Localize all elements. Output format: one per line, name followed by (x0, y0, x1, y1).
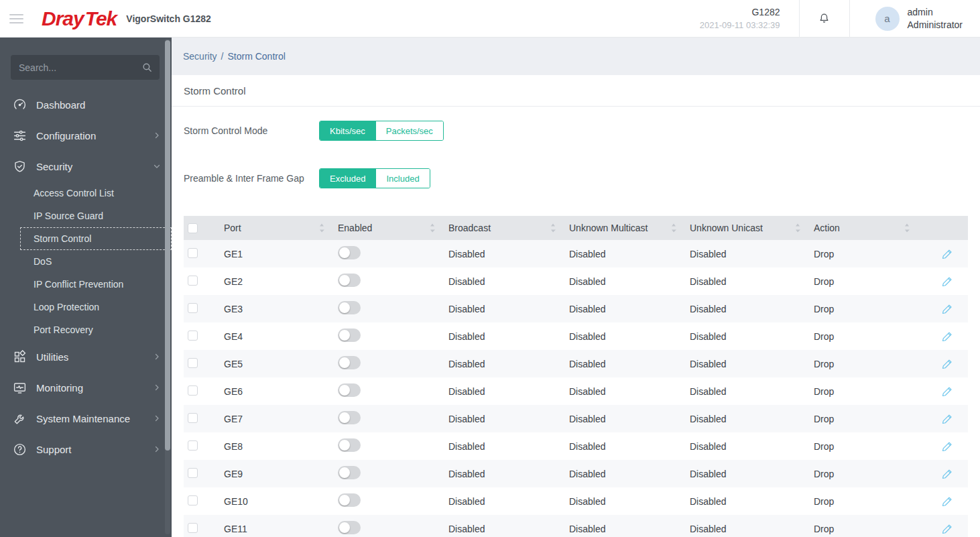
enabled-toggle-off[interactable] (338, 411, 361, 424)
sidebar-subitem-ip-conflict-prevention[interactable]: IP Conflict Prevention (20, 273, 172, 296)
unknown-multicast-cell: Disabled (564, 331, 684, 342)
enabled-toggle-off[interactable] (338, 274, 361, 287)
search-input[interactable] (19, 62, 141, 73)
ports-table: PortEnabledBroadcastUnknown MulticastUnk… (184, 216, 968, 537)
enabled-toggle-off[interactable] (338, 521, 361, 534)
sidebar-item-utilities[interactable]: Utilities (0, 341, 172, 372)
unknown-multicast-cell: Disabled (564, 249, 684, 259)
unknown-unicast-cell: Disabled (684, 524, 808, 534)
sidebar-item-label: Security (36, 161, 153, 172)
enabled-toggle-off[interactable] (338, 301, 361, 314)
sidebar-subitem-storm-control[interactable]: Storm Control (20, 227, 172, 250)
row-checkbox[interactable] (188, 358, 198, 368)
scrollbar-thumb[interactable] (165, 40, 170, 451)
action-cell: Drop (808, 304, 918, 314)
row-checkbox[interactable] (188, 331, 198, 341)
app-window: DrayTek VigorSwitch G1282 G1282 2021-09-… (0, 0, 980, 537)
edit-icon[interactable] (918, 523, 968, 535)
enabled-toggle-off[interactable] (338, 383, 361, 397)
enabled-toggle-off[interactable] (338, 438, 361, 452)
edit-icon[interactable] (918, 413, 968, 425)
sort-icon[interactable] (430, 223, 435, 233)
sidebar-item-dashboard[interactable]: Dashboard (0, 89, 172, 120)
storm-control-form: Storm Control Mode Kbits/sec Packets/sec… (172, 107, 980, 216)
sort-icon[interactable] (671, 223, 676, 233)
row-checkbox[interactable] (188, 248, 198, 258)
row-checkbox[interactable] (188, 440, 198, 451)
included-button[interactable]: Included (375, 169, 429, 188)
sidebar-item-security[interactable]: Security (0, 151, 172, 182)
sidebar-item-support[interactable]: Support (0, 434, 172, 465)
brand-part1: Dray (42, 7, 84, 29)
row-checkbox[interactable] (188, 413, 198, 423)
hamburger-icon[interactable] (0, 14, 31, 23)
sidebar-item-label: System Maintenance (36, 413, 153, 424)
sort-icon[interactable] (904, 223, 910, 233)
unknown-multicast-cell: Disabled (564, 359, 684, 369)
enabled-toggle-off[interactable] (338, 246, 361, 259)
enabled-toggle-off[interactable] (338, 356, 361, 369)
edit-icon[interactable] (918, 385, 968, 398)
unknown-multicast-cell: Disabled (564, 469, 684, 479)
sidebar-subitem-access-control-list[interactable]: Access Control List (20, 182, 172, 204)
sidebar-subitem-port-recovery[interactable]: Port Recovery (20, 318, 172, 341)
unknown-unicast-cell: Disabled (684, 276, 808, 287)
sidebar-item-system-maintenance[interactable]: System Maintenance (0, 403, 172, 434)
action-cell: Drop (808, 496, 918, 507)
excluded-button[interactable]: Excluded (320, 169, 375, 188)
action-cell: Drop (808, 386, 918, 397)
edit-icon[interactable] (918, 495, 968, 508)
row-checkbox[interactable] (188, 495, 198, 505)
question-icon (12, 442, 27, 457)
column-header-broadcast[interactable]: Broadcast (443, 216, 564, 240)
table-row-ge4: GE4DisabledDisabledDisabledDrop (184, 322, 968, 350)
edit-icon[interactable] (918, 276, 968, 288)
broadcast-cell: Disabled (443, 469, 564, 479)
edit-icon[interactable] (918, 358, 968, 370)
kbits-sec-button[interactable]: Kbits/sec (320, 121, 375, 140)
column-header-enabled[interactable]: Enabled (332, 216, 443, 240)
action-cell: Drop (808, 441, 918, 452)
sidebar-item-configuration[interactable]: Configuration (0, 120, 172, 151)
edit-icon[interactable] (918, 331, 968, 343)
search-icon[interactable] (141, 62, 153, 73)
gauge-icon (12, 97, 27, 112)
column-header-action[interactable]: Action (808, 216, 918, 240)
edit-icon[interactable] (918, 248, 968, 260)
column-header-unknown-unicast[interactable]: Unknown Unicast (684, 216, 808, 240)
enabled-cell (332, 493, 443, 509)
user-menu[interactable]: a admin Administrator (850, 6, 980, 32)
row-checkbox[interactable] (188, 276, 198, 286)
port-cell: GE2 (219, 276, 332, 287)
broadcast-cell: Disabled (443, 276, 564, 287)
sort-icon[interactable] (550, 223, 556, 233)
row-checkbox[interactable] (188, 468, 198, 478)
sidebar-subitem-dos[interactable]: DoS (20, 250, 172, 273)
breadcrumb-parent[interactable]: Security (183, 51, 217, 62)
column-header-unknown-multicast[interactable]: Unknown Multicast (564, 216, 684, 240)
edit-icon[interactable] (918, 303, 968, 315)
edit-icon[interactable] (918, 440, 968, 453)
enabled-toggle-off[interactable] (338, 466, 361, 479)
table-row-ge11: GE11DisabledDisabledDisabledDrop (184, 515, 968, 537)
brand-part2: Tek (85, 7, 117, 29)
row-checkbox[interactable] (188, 523, 198, 533)
row-checkbox[interactable] (188, 385, 198, 396)
broadcast-cell: Disabled (443, 414, 564, 424)
notification-bell-icon[interactable] (800, 12, 849, 25)
select-all-checkbox[interactable] (188, 223, 198, 233)
sidebar-item-monitoring[interactable]: Monitoring (0, 372, 172, 403)
sidebar-scrollbar[interactable] (165, 39, 170, 534)
sidebar-subitem-ip-source-guard[interactable]: IP Source Guard (20, 204, 172, 227)
edit-icon[interactable] (918, 468, 968, 480)
enabled-toggle-off[interactable] (338, 329, 361, 342)
main-content: Security / Storm Control Storm Control S… (172, 38, 980, 537)
sort-icon[interactable] (319, 223, 324, 233)
sidebar-subitem-loop-protection[interactable]: Loop Protection (20, 296, 172, 318)
enabled-toggle-off[interactable] (338, 493, 361, 507)
unknown-multicast-cell: Disabled (564, 386, 684, 397)
packets-sec-button[interactable]: Packets/sec (375, 121, 443, 140)
column-header-port[interactable]: Port (219, 216, 332, 240)
row-checkbox[interactable] (188, 303, 198, 313)
sort-icon[interactable] (795, 223, 800, 233)
